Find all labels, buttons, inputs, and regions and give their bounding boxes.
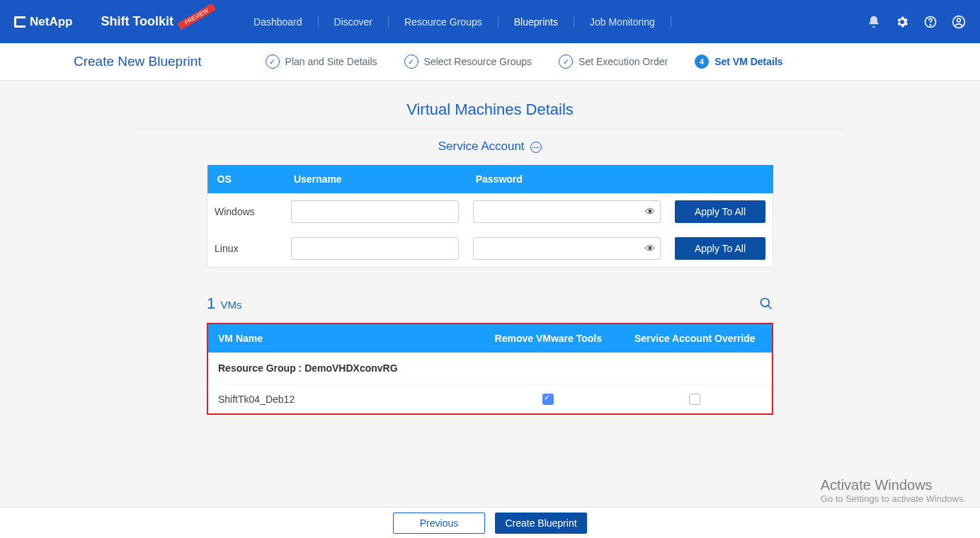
eye-icon[interactable]: 👁: [645, 243, 655, 254]
brand-logo: NetApp: [14, 15, 72, 29]
step-number-icon: 4: [695, 55, 709, 69]
remove-vmware-tools-checkbox[interactable]: [542, 394, 554, 405]
apply-all-linux-button[interactable]: Apply To All: [675, 237, 765, 260]
col-os: OS: [207, 165, 284, 193]
os-label: Windows: [207, 193, 284, 230]
vm-count-number: 1: [207, 294, 215, 312]
step-plan-details[interactable]: ✓ Plan and Site Details: [266, 55, 377, 69]
watermark-title: Activate Windows: [821, 477, 966, 493]
step-label: Select Resource Groups: [424, 56, 532, 67]
vm-count-label: VMs: [220, 299, 241, 311]
col-action: [668, 165, 773, 193]
apply-all-windows-button[interactable]: Apply To All: [675, 200, 765, 223]
divider: [136, 129, 844, 130]
vm-table: VM Name Remove VMware Tools Service Acco…: [208, 324, 772, 413]
step-vm-details[interactable]: 4 Set VM Details: [695, 55, 782, 69]
svg-point-3: [957, 18, 961, 22]
vm-count: 1 VMs: [207, 294, 241, 313]
step-execution-order[interactable]: ✓ Set Execution Order: [559, 55, 668, 69]
service-account-override-checkbox[interactable]: [689, 394, 700, 405]
nav-discover[interactable]: Discover: [319, 16, 389, 28]
col-username: Username: [284, 165, 466, 193]
col-remove-tools: Remove VMware Tools: [479, 324, 617, 353]
step-label: Set Execution Order: [579, 56, 668, 67]
search-icon[interactable]: [759, 297, 773, 311]
user-icon[interactable]: [952, 15, 966, 29]
vm-table-highlight: VM Name Remove VMware Tools Service Acco…: [207, 323, 773, 415]
service-account-header[interactable]: Service Account —: [207, 139, 773, 154]
col-override: Service Account Override: [618, 324, 772, 353]
nav-job-monitoring[interactable]: Job Monitoring: [574, 16, 671, 28]
linux-password-input[interactable]: [473, 237, 661, 260]
step-select-resource-groups[interactable]: ✓ Select Resource Groups: [404, 55, 532, 69]
collapse-icon[interactable]: —: [530, 142, 542, 153]
windows-password-input[interactable]: [473, 200, 661, 223]
resource-group-row: Resource Group : DemoVHDXconvRG: [208, 353, 772, 384]
previous-button[interactable]: Previous: [393, 513, 485, 534]
svg-point-1: [930, 24, 930, 25]
nav-blueprints[interactable]: Blueprints: [498, 16, 574, 28]
nav-resource-groups[interactable]: Resource Groups: [389, 16, 498, 28]
brand-name: NetApp: [30, 15, 72, 29]
resource-group-label: Resource Group : DemoVHDXconvRG: [208, 353, 772, 384]
vm-name-cell: ShiftTk04_Deb12: [208, 384, 479, 414]
wizard-footer: Previous Create Blueprint: [0, 507, 980, 538]
check-icon: ✓: [559, 55, 573, 69]
vm-row: ShiftTk04_Deb12: [208, 384, 772, 414]
preview-badge: PREVIEW: [177, 4, 216, 30]
bell-icon[interactable]: [867, 15, 881, 29]
check-icon: ✓: [266, 55, 280, 69]
top-bar: NetApp Shift Toolkit PREVIEW Dashboard D…: [0, 0, 980, 43]
service-row-windows: Windows 👁 Apply To All: [207, 193, 773, 230]
section-title: Virtual Machines Details: [207, 101, 773, 119]
help-icon[interactable]: [923, 15, 938, 29]
wizard-stepper: ✓ Plan and Site Details ✓ Select Resourc…: [266, 55, 783, 69]
subheader: Create New Blueprint ✓ Plan and Site Det…: [0, 43, 980, 81]
topbar-actions: [867, 15, 966, 29]
eye-icon[interactable]: 👁: [645, 206, 655, 217]
col-vm-name: VM Name: [208, 324, 479, 353]
check-icon: ✓: [404, 55, 418, 69]
gear-icon[interactable]: [895, 15, 909, 29]
service-account-table: OS Username Password Windows 👁 Apply To …: [207, 165, 773, 268]
windows-username-input[interactable]: [291, 200, 459, 223]
svg-line-5: [768, 306, 772, 309]
os-label: Linux: [207, 230, 284, 268]
main-nav: Dashboard Discover Resource Groups Bluep…: [238, 16, 671, 28]
svg-point-4: [761, 299, 770, 307]
vm-count-row: 1 VMs: [207, 294, 773, 313]
page-title: Create New Blueprint: [74, 54, 202, 69]
watermark-subtitle: Go to Settings to activate Windows.: [821, 493, 966, 504]
linux-username-input[interactable]: [291, 237, 459, 260]
service-row-linux: Linux 👁 Apply To All: [207, 230, 773, 268]
app-title: Shift Toolkit: [101, 14, 173, 29]
step-label: Plan and Site Details: [285, 56, 377, 67]
col-password: Password: [466, 165, 668, 193]
netapp-logo-icon: [14, 16, 25, 28]
nav-dashboard[interactable]: Dashboard: [238, 16, 319, 28]
subsection-label: Service Account: [438, 139, 525, 153]
create-blueprint-button[interactable]: Create Blueprint: [495, 513, 587, 534]
step-label: Set VM Details: [714, 56, 782, 67]
windows-activation-watermark: Activate Windows Go to Settings to activ…: [821, 477, 966, 504]
main-content: Virtual Machines Details Service Account…: [207, 81, 773, 429]
